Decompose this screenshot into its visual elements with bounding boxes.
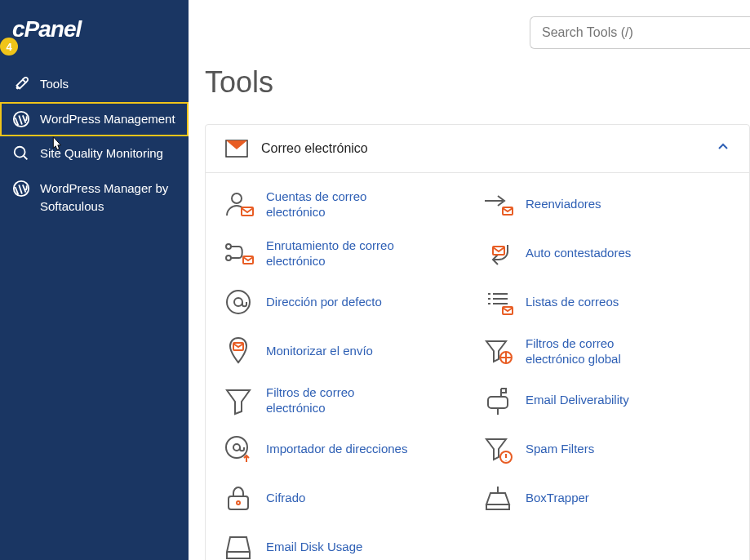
tool-label: Listas de correos [526, 294, 619, 310]
disk-icon [222, 531, 255, 560]
tool-label: Filtros de correo electrónico [266, 384, 413, 416]
tool-label: Reenviadores [526, 196, 601, 212]
svg-rect-17 [488, 397, 508, 408]
section-title: Correo electrónico [261, 141, 717, 156]
logo-text: cPanel [12, 16, 81, 42]
sidebar-item-label: Site Quality Monitoring [40, 144, 163, 163]
wordpress-icon [12, 180, 30, 198]
wrench-icon [12, 75, 30, 93]
reply-mail-icon [482, 237, 514, 269]
sidebar-item-tools[interactable]: Tools 4 [0, 67, 189, 102]
tool-email-filters[interactable]: Filtros de correo electrónico [222, 384, 473, 416]
svg-point-5 [232, 193, 242, 203]
magnifier-icon [12, 144, 30, 162]
tool-label: Email Deliverability [526, 392, 629, 408]
tool-boxtrapper[interactable]: BoxTrapper [482, 482, 733, 514]
tool-forwarders[interactable]: Reenviadores [482, 188, 733, 220]
tool-global-email-filters[interactable]: Filtros de correo electrónico global [482, 335, 733, 367]
chevron-up-icon [717, 140, 730, 157]
tool-label: Cuentas de correo electrónico [266, 189, 413, 220]
cpanel-logo: cPanel [0, 16, 189, 67]
at-icon [222, 286, 255, 318]
sidebar-item-label: Tools [40, 75, 69, 94]
location-mail-icon [222, 335, 255, 367]
svg-point-0 [17, 87, 19, 89]
svg-point-22 [237, 501, 240, 504]
sidebar-item-label: WordPress Management [40, 110, 175, 129]
tool-track-delivery[interactable]: Monitorizar el envío [222, 335, 473, 367]
arrow-mail-icon [482, 188, 514, 220]
tool-label: Enrutamiento de correo electrónico [266, 238, 413, 269]
sidebar-item-site-quality[interactable]: Site Quality Monitoring [0, 136, 189, 171]
svg-point-2 [15, 147, 25, 158]
tool-label: Filtros de correo electrónico global [526, 336, 672, 367]
tool-label: Monitorizar el envío [266, 343, 373, 359]
email-section-card: Correo electrónico Cuentas de correo ele… [205, 124, 750, 560]
tool-encryption[interactable]: Cifrado [222, 482, 473, 514]
page-title: Tools [205, 65, 750, 100]
at-upload-icon [222, 433, 255, 465]
tool-autoresponders[interactable]: Auto contestadores [482, 237, 733, 269]
main-content: Tools Correo electrónico Cuentas de corr… [189, 0, 750, 560]
funnel-globe-icon [482, 335, 514, 367]
envelope-icon [225, 140, 248, 158]
routing-icon [222, 237, 255, 269]
tool-label: Auto contestadores [526, 245, 631, 261]
step-badge: 4 [0, 38, 18, 56]
mailbox-icon [482, 384, 514, 416]
svg-point-19 [233, 444, 240, 451]
tools-grid: Cuentas de correo electrónico Reenviador… [206, 173, 749, 560]
search-input[interactable] [530, 16, 750, 49]
lock-icon [222, 482, 255, 514]
wordpress-icon [12, 110, 30, 128]
tool-label: Dirección por defecto [266, 294, 382, 310]
tool-mailing-lists[interactable]: Listas de correos [482, 286, 733, 318]
tool-email-routing[interactable]: Enrutamiento de correo electrónico [222, 237, 473, 269]
tool-spam-filters[interactable]: Spam Filters [482, 433, 733, 465]
svg-point-13 [234, 298, 242, 306]
tool-label: Email Disk Usage [266, 539, 362, 555]
box-trap-icon [482, 482, 514, 514]
list-mail-icon [482, 286, 514, 318]
funnel-icon [222, 384, 255, 416]
sidebar-item-wordpress-management[interactable]: WordPress Management [0, 102, 189, 137]
svg-point-8 [226, 244, 231, 249]
user-mail-icon [222, 188, 255, 220]
sidebar-item-wp-manager-softaculous[interactable]: WordPress Manager by Softaculous [0, 171, 189, 224]
section-header[interactable]: Correo electrónico [206, 125, 749, 173]
funnel-alert-icon [482, 433, 514, 465]
sidebar-item-label: WordPress Manager by Softaculous [40, 180, 176, 216]
tool-email-accounts[interactable]: Cuentas de correo electrónico [222, 188, 473, 220]
tool-label: Spam Filters [526, 441, 594, 457]
tool-email-deliverability[interactable]: Email Deliverability [482, 384, 733, 416]
tool-label: BoxTrapper [526, 490, 589, 506]
svg-rect-21 [229, 496, 248, 509]
tool-address-importer[interactable]: Importador de direcciones [222, 433, 473, 465]
tool-default-address[interactable]: Dirección por defecto [222, 286, 473, 318]
tool-email-disk-usage[interactable]: Email Disk Usage [222, 531, 473, 560]
sidebar: cPanel Tools 4 WordPress Management Site… [0, 0, 189, 560]
svg-point-9 [226, 256, 231, 260]
tool-label: Cifrado [266, 490, 305, 506]
tool-label: Importador de direcciones [266, 441, 407, 457]
